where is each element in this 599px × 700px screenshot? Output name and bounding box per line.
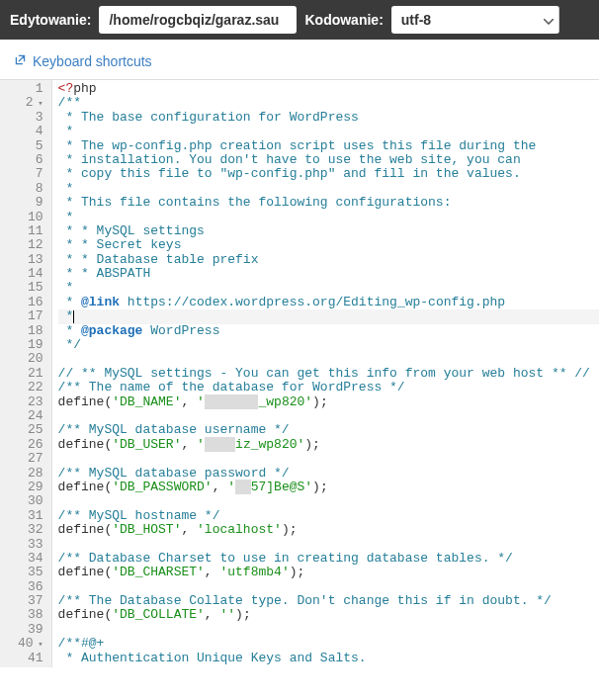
code-line[interactable]	[58, 494, 599, 508]
code-line[interactable]: /** The Database Collate type. Don't cha…	[58, 594, 599, 608]
line-number: 1	[18, 82, 43, 96]
line-number: 5	[18, 139, 43, 153]
editing-label: Edytowanie:	[10, 12, 91, 28]
code-line[interactable]: * copy this file to "wp-config.php" and …	[58, 167, 599, 181]
code-line[interactable]	[58, 580, 599, 594]
line-number: 17	[18, 309, 43, 323]
code-line[interactable]: *	[58, 309, 599, 323]
line-number: 25	[18, 423, 43, 437]
code-line[interactable]: /**#@+	[58, 637, 599, 651]
code-line[interactable]: *	[58, 211, 599, 224]
code-line[interactable]: define('DB_HOST', 'localhost');	[58, 523, 599, 537]
line-number: 28	[18, 467, 43, 481]
code-line[interactable]: * installation. You don't have to use th…	[58, 153, 599, 167]
code-line[interactable]: * The base configuration for WordPress	[58, 111, 599, 125]
file-path-input[interactable]	[99, 6, 297, 34]
code-line[interactable]: /**	[58, 96, 599, 110]
code-line[interactable]: * Authentication Unique Keys and Salts.	[58, 652, 599, 665]
line-number: 24	[18, 409, 43, 423]
line-number: 9	[18, 196, 43, 210]
code-line[interactable]: * @package WordPress	[58, 324, 599, 338]
code-line[interactable]: *	[58, 281, 599, 295]
code-line[interactable]	[58, 409, 599, 423]
code-line[interactable]: /** MySQL hostname */	[58, 509, 599, 523]
code-line[interactable]: /** Database Charset to use in creating …	[58, 552, 599, 566]
line-number: 40▾	[18, 637, 43, 651]
line-number: 10	[18, 211, 43, 224]
shortcuts-bar: Keyboard shortcuts	[0, 40, 599, 79]
line-number: 34	[18, 552, 43, 566]
keyboard-shortcuts-label: Keyboard shortcuts	[33, 53, 152, 69]
line-number: 23	[18, 395, 43, 409]
line-number: 4	[18, 125, 43, 138]
line-number: 13	[18, 253, 43, 267]
line-number: 18	[18, 324, 43, 338]
code-line[interactable]: *	[58, 125, 599, 138]
code-line[interactable]: define('DB_NAME', 'XXXXXXX_wp820');	[58, 395, 599, 409]
line-number: 6	[18, 153, 43, 167]
line-number: 3	[18, 111, 43, 125]
line-number-gutter: 12▾3456789101112131415161718192021222324…	[0, 80, 52, 667]
line-number: 32	[18, 523, 43, 537]
code-line[interactable]: *	[58, 182, 599, 196]
code-line[interactable]: * The wp-config.php creation script uses…	[58, 139, 599, 153]
line-number: 20	[18, 352, 43, 366]
line-number: 33	[18, 538, 43, 552]
line-number: 26	[18, 438, 43, 452]
encoding-label: Kodowanie:	[304, 12, 383, 28]
line-number: 15	[18, 281, 43, 295]
line-number: 11	[18, 224, 43, 238]
code-line[interactable]: define('DB_CHARSET', 'utf8mb4');	[58, 566, 599, 579]
code-line[interactable]: define('DB_USER', 'XXXXiz_wp820');	[58, 438, 599, 452]
line-number: 41	[18, 652, 43, 665]
code-line[interactable]: * @link https://codex.wordpress.org/Edit…	[58, 296, 599, 309]
code-line[interactable]: */	[58, 338, 599, 352]
keyboard-shortcuts-link[interactable]: Keyboard shortcuts	[14, 53, 152, 69]
code-line[interactable]: * This file contains the following confi…	[58, 196, 599, 210]
line-number: 22	[18, 381, 43, 394]
code-line[interactable]: * * MySQL settings	[58, 224, 599, 238]
toolbar: Edytowanie: Kodowanie:	[0, 0, 599, 40]
line-number: 31	[18, 509, 43, 523]
code-line[interactable]: /** MySQL database username */	[58, 423, 599, 437]
code-content[interactable]: <?php/** * The base configuration for Wo…	[52, 80, 599, 667]
code-line[interactable]	[58, 352, 599, 366]
line-number: 19	[18, 338, 43, 352]
line-number: 7	[18, 167, 43, 181]
code-line[interactable]: * * ABSPATH	[58, 267, 599, 281]
line-number: 21	[18, 367, 43, 381]
line-number: 27	[18, 452, 43, 466]
line-number: 8	[18, 182, 43, 196]
line-number: 30	[18, 494, 43, 508]
line-number: 38	[18, 608, 43, 622]
code-line[interactable]: /** MySQL database password */	[58, 467, 599, 481]
code-line[interactable]	[58, 623, 599, 637]
code-line[interactable]: /** The name of the database for WordPre…	[58, 381, 599, 394]
line-number: 29	[18, 481, 43, 494]
code-line[interactable]: // ** MySQL settings - You can get this …	[58, 367, 599, 381]
external-link-icon	[14, 53, 27, 69]
line-number: 2▾	[18, 96, 43, 110]
code-line[interactable]: * * Database table prefix	[58, 253, 599, 267]
code-line[interactable]: <?php	[58, 82, 599, 96]
line-number: 16	[18, 296, 43, 309]
encoding-select[interactable]	[391, 6, 559, 34]
code-line[interactable]: define('DB_PASSWORD', 'XX57]Be@S');	[58, 481, 599, 494]
code-line[interactable]	[58, 452, 599, 466]
line-number: 39	[18, 623, 43, 637]
line-number: 14	[18, 267, 43, 281]
line-number: 12	[18, 238, 43, 252]
code-line[interactable]: * * Secret keys	[58, 238, 599, 252]
line-number: 37	[18, 594, 43, 608]
code-editor[interactable]: 12▾3456789101112131415161718192021222324…	[0, 79, 599, 667]
code-line[interactable]: define('DB_COLLATE', '');	[58, 608, 599, 622]
line-number: 35	[18, 566, 43, 579]
code-line[interactable]	[58, 538, 599, 552]
line-number: 36	[18, 580, 43, 594]
